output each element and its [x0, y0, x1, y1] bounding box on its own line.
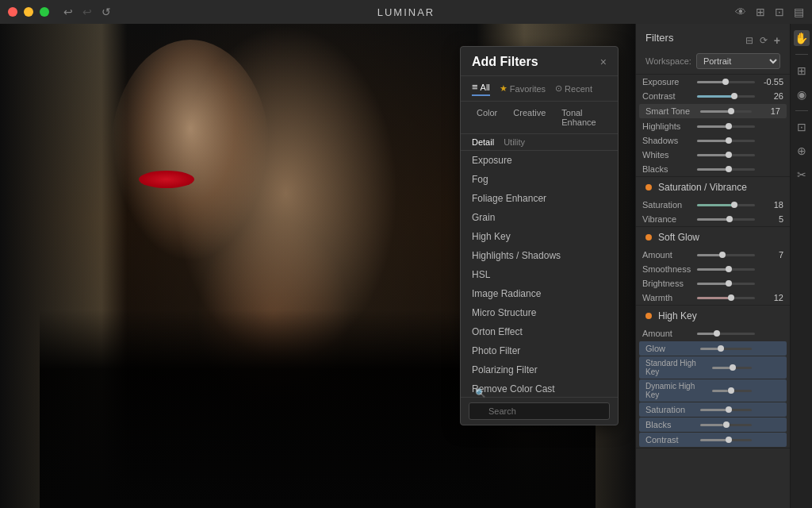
- sg-amount-slider[interactable]: [697, 254, 755, 256]
- sg-brightness-row: Brightness: [636, 276, 790, 291]
- close-modal-button[interactable]: ×: [600, 56, 607, 68]
- modal-sub-tabs: Detail Utility: [461, 134, 618, 151]
- split-icon[interactable]: ▤: [794, 6, 804, 18]
- face-highlight: [111, 40, 270, 262]
- hk-contrast-row: Contrast: [639, 433, 787, 447]
- smart-tone-row: Smart Tone 17: [639, 104, 787, 118]
- filter-item-exposure[interactable]: Exposure: [461, 151, 618, 170]
- brush-tool-button[interactable]: ◉: [794, 87, 810, 102]
- highlights-label: Highlights: [642, 121, 694, 131]
- undo-icon[interactable]: ↩: [63, 6, 73, 18]
- filter-item-fog[interactable]: Fog: [461, 170, 618, 189]
- saturation-group-header[interactable]: Saturation / Vibrance: [636, 177, 790, 198]
- hk-amount-slider[interactable]: [697, 333, 755, 335]
- filter-sort-icon[interactable]: ⊟: [745, 35, 753, 46]
- scissors-tool-button[interactable]: ✂: [794, 167, 810, 183]
- filter-item-grain[interactable]: Grain: [461, 208, 618, 227]
- whites-slider[interactable]: [697, 154, 755, 156]
- saturation-label: Saturation: [642, 200, 694, 210]
- maximize-button[interactable]: [40, 7, 49, 17]
- sg-warmth-slider[interactable]: [697, 297, 755, 299]
- tab-favorites-label: Favorites: [510, 84, 546, 94]
- hk-saturation-slider[interactable]: [700, 409, 752, 411]
- filter-item-polarizing[interactable]: Polarizing Filter: [461, 360, 618, 379]
- crop-tool-button[interactable]: ⊞: [794, 63, 810, 79]
- minimize-button[interactable]: [24, 7, 33, 17]
- blacks-slider[interactable]: [697, 168, 755, 171]
- sg-brightness-slider[interactable]: [697, 283, 755, 285]
- layout-icon[interactable]: ⊞: [756, 6, 765, 18]
- high-key-title: High Key: [658, 310, 780, 321]
- filter-item-orton[interactable]: Orton Effect: [461, 322, 618, 341]
- tab-recent[interactable]: ⊙ Recent: [555, 83, 592, 94]
- smart-tone-value: 17: [755, 106, 780, 116]
- soft-glow-dot: [645, 234, 652, 241]
- workspace-row: Workspace: Portrait Landscape Street: [645, 53, 780, 69]
- saturation-value: 18: [758, 200, 783, 210]
- filter-refresh-icon[interactable]: ⟳: [760, 35, 768, 46]
- contrast-value: 26: [758, 91, 783, 101]
- hk-amount-label: Amount: [642, 329, 694, 338]
- contrast-slider[interactable]: [697, 95, 755, 98]
- exposure-slider[interactable]: [697, 81, 755, 83]
- soft-glow-group-header[interactable]: Soft Glow: [636, 227, 790, 248]
- workspace-select[interactable]: Portrait Landscape Street: [696, 53, 780, 69]
- high-key-group-header[interactable]: High Key: [636, 306, 790, 326]
- sub-tab-utility[interactable]: Utility: [504, 137, 525, 147]
- close-button[interactable]: [8, 7, 17, 17]
- toolbar-divider-2: [795, 110, 808, 111]
- hk-glow-row: Glow: [639, 341, 787, 356]
- sg-warmth-label: Warmth: [642, 293, 694, 302]
- hk-glow-slider[interactable]: [700, 348, 752, 350]
- preview-icon[interactable]: 👁: [735, 6, 746, 18]
- redo-icon[interactable]: ↩: [82, 6, 92, 18]
- filter-item-photo-filter[interactable]: Photo Filter: [461, 341, 618, 360]
- tab-all[interactable]: ≡ All: [472, 81, 490, 96]
- hk-standard-slider[interactable]: [712, 367, 752, 369]
- saturation-slider[interactable]: [697, 204, 755, 206]
- saturation-row: Saturation 18: [636, 198, 790, 212]
- sub-tab-detail[interactable]: Detail: [472, 137, 494, 147]
- sg-brightness-label: Brightness: [642, 279, 694, 288]
- layers-tool-button[interactable]: ⊡: [794, 119, 810, 135]
- filter-item-micro-structure[interactable]: Micro Structure: [461, 303, 618, 322]
- high-key-dot: [645, 313, 652, 319]
- filter-item-image-radiance[interactable]: Image Radiance: [461, 284, 618, 303]
- category-color[interactable]: Color: [472, 106, 502, 129]
- right-toolbar: ✋ ⊞ ◉ ⊡ ⊕ ✂: [790, 24, 812, 508]
- filter-item-foliage[interactable]: Foliage Enhancer: [461, 189, 618, 208]
- highlights-slider[interactable]: [697, 125, 755, 128]
- hand-tool-button[interactable]: ✋: [794, 30, 810, 46]
- soft-glow-title: Soft Glow: [658, 232, 780, 243]
- category-creative[interactable]: Creative: [508, 106, 550, 129]
- modal-title: Add Filters: [472, 55, 538, 69]
- search-input[interactable]: [469, 402, 610, 420]
- smart-tone-slider[interactable]: [700, 110, 752, 113]
- photo-area: Add Filters × ≡ All ★ Favorites ⊙ Recent: [0, 24, 635, 508]
- shadows-slider[interactable]: [697, 140, 755, 142]
- filter-item-highlights-shadows[interactable]: Highlights / Shadows: [461, 246, 618, 265]
- hk-dynamic-slider[interactable]: [712, 390, 752, 392]
- sg-warmth-row: Warmth 12: [636, 291, 790, 305]
- hk-blacks-slider[interactable]: [700, 424, 752, 426]
- category-tonal[interactable]: Tonal Enhance: [557, 106, 607, 129]
- hk-standard-row: Standard High Key: [639, 356, 787, 379]
- filter-item-hsl[interactable]: HSL: [461, 265, 618, 284]
- history-icon[interactable]: ↺: [102, 6, 111, 18]
- filters-header: Filters ⊟ ⟳ + Workspace: Portrait Landsc…: [636, 24, 790, 75]
- tab-favorites[interactable]: ★ Favorites: [500, 83, 546, 94]
- filter-item-highkey[interactable]: High Key: [461, 227, 618, 246]
- lips-highlight: [139, 171, 194, 188]
- modal-arrow: [460, 56, 461, 66]
- whites-label: Whites: [642, 150, 694, 160]
- hk-contrast-slider[interactable]: [700, 439, 752, 441]
- filter-tool-button[interactable]: ⊕: [794, 143, 810, 159]
- vibrance-slider[interactable]: [697, 218, 755, 221]
- titlebar-right: 👁 ⊞ ⊡ ▤: [735, 6, 804, 18]
- windows-icon[interactable]: ⊡: [775, 6, 784, 18]
- tab-recent-label: Recent: [565, 84, 592, 94]
- filter-add-icon[interactable]: +: [774, 34, 780, 47]
- vibrance-label: Vibrance: [642, 214, 694, 224]
- hk-saturation-row: Saturation: [639, 402, 787, 417]
- sg-smoothness-slider[interactable]: [697, 268, 755, 271]
